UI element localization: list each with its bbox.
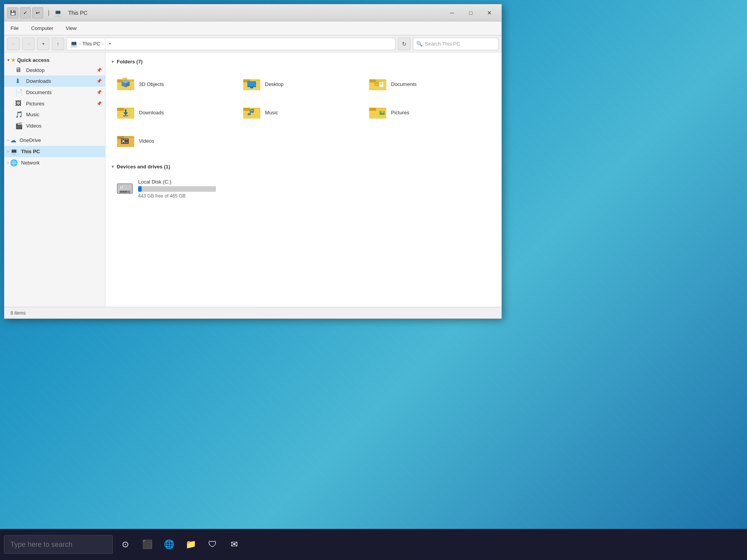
status-bar: 8 items <box>4 307 502 318</box>
videos-folder-icon <box>116 131 135 151</box>
menu-view[interactable]: View <box>60 21 83 35</box>
svg-rect-14 <box>250 87 253 88</box>
sidebar-network[interactable]: › 🌐 Network <box>4 157 105 168</box>
search-bar[interactable]: 🔍 Search This PC <box>413 38 498 50</box>
drive-info: Local Disk (C:) 443 GB free of 465 GB <box>138 179 216 199</box>
folders-section-header[interactable]: ▾ Folders (7) <box>112 59 495 65</box>
sidebar-videos-label: Videos <box>26 123 42 129</box>
search-icon: 🔍 <box>416 41 423 47</box>
svg-rect-23 <box>380 84 382 84</box>
desktop-folder-label: Desktop <box>265 81 284 87</box>
menu-file[interactable]: File <box>4 21 25 35</box>
quick-access-header[interactable]: ▾ ★ Quick access <box>4 56 105 65</box>
content-pane: ▾ Folders (7) <box>105 52 502 307</box>
svg-rect-36 <box>369 108 376 111</box>
sidebar-item-videos[interactable]: 🎬 Videos <box>4 120 105 131</box>
refresh-button[interactable]: ↻ <box>398 38 410 50</box>
music-folder-label: Music <box>265 110 278 116</box>
onedrive-icon: ☁ <box>10 136 16 144</box>
svg-rect-22 <box>380 83 382 83</box>
pictures-icon: 🖼 <box>15 100 23 107</box>
recent-locations-button[interactable]: ▾ <box>37 38 49 50</box>
check-icon[interactable]: ✓ <box>20 7 31 18</box>
downloads-folder-label: Downloads <box>139 110 164 116</box>
sidebar-item-pictures[interactable]: 🖼 Pictures 📌 <box>4 98 105 109</box>
address-bar[interactable]: 💻 › This PC › ▾ <box>67 38 396 50</box>
drive-name: Local Disk (C:) <box>138 179 216 185</box>
svg-rect-60 <box>121 186 123 187</box>
item-count: 8 items <box>11 310 26 316</box>
svg-rect-33 <box>243 108 250 111</box>
drives-grid: Local Disk (C:) 443 GB free of 465 GB <box>112 176 495 202</box>
documents-folder-icon <box>368 74 387 94</box>
window-icon: 💻 <box>54 9 62 16</box>
svg-rect-45 <box>124 139 125 140</box>
search-placeholder: Search This PC <box>425 41 460 47</box>
pictures-folder-icon <box>368 102 387 123</box>
folder-pictures[interactable]: Pictures <box>364 99 488 126</box>
desktop-icon: 🖥 <box>15 66 23 74</box>
save-icon[interactable]: 💾 <box>7 7 18 18</box>
address-computer-icon: 💻 <box>70 40 78 47</box>
folder-videos[interactable]: Videos <box>112 128 236 154</box>
drive-local-c[interactable]: Local Disk (C:) 443 GB free of 465 GB <box>112 176 236 202</box>
svg-rect-48 <box>124 142 125 143</box>
this-pc-icon: 💻 <box>10 148 18 155</box>
back-button[interactable]: ← <box>7 38 20 50</box>
onedrive-chevron: › <box>7 138 9 142</box>
forward-button[interactable]: → <box>22 38 35 50</box>
maximize-button[interactable]: □ <box>462 7 480 19</box>
music-folder-icon <box>242 102 261 123</box>
folders-section-label: Folders (7) <box>117 59 142 65</box>
folder-desktop[interactable]: Desktop <box>238 71 362 98</box>
svg-point-39 <box>381 111 384 113</box>
taskbar-explorer-icon[interactable]: 📁 <box>181 535 200 554</box>
sidebar-documents-label: Documents <box>26 89 52 95</box>
menu-computer[interactable]: Computer <box>25 21 60 35</box>
svg-rect-56 <box>123 191 124 192</box>
devices-chevron: ▾ <box>112 164 114 169</box>
taskbar-store-icon[interactable]: 🛡 <box>203 535 222 554</box>
folder-music[interactable]: Music <box>238 99 362 126</box>
folder-3d-objects[interactable]: 3D Objects <box>112 71 236 98</box>
folder-documents[interactable]: Documents <box>364 71 488 98</box>
svg-rect-30 <box>123 116 128 116</box>
quick-access-label: Quick access <box>17 57 49 63</box>
drive-space: 443 GB free of 465 GB <box>138 193 216 199</box>
3d-objects-icon <box>116 74 135 94</box>
taskbar-edge-icon[interactable]: 🌐 <box>160 535 178 554</box>
sidebar-item-downloads[interactable]: ⬇ Downloads 📌 <box>4 75 105 87</box>
sidebar-pictures-pin: 📌 <box>96 101 102 106</box>
sidebar-desktop-pin: 📌 <box>96 68 102 73</box>
taskbar-search-input[interactable] <box>4 535 113 554</box>
taskbar-mail-icon[interactable]: ✉ <box>225 535 244 554</box>
taskbar: ⊙ ⬛ 🌐 📁 🛡 ✉ <box>0 529 747 560</box>
sidebar-desktop-label: Desktop <box>26 67 45 73</box>
taskbar-task-view-icon[interactable]: ⬛ <box>138 535 156 554</box>
sidebar-documents-pin: 📌 <box>96 90 102 95</box>
up-button[interactable]: ↑ <box>52 38 64 50</box>
svg-rect-57 <box>125 191 126 192</box>
undo-icon[interactable]: ↩ <box>32 7 43 18</box>
address-this-pc[interactable]: This PC <box>82 41 100 47</box>
sidebar-this-pc[interactable]: › 💻 This PC <box>4 146 105 157</box>
sidebar-onedrive[interactable]: › ☁ OneDrive <box>4 135 105 146</box>
devices-section-header[interactable]: ▾ Devices and drives (1) <box>112 164 495 170</box>
window-controls: ─ □ ✕ <box>443 7 498 19</box>
address-dropdown-button[interactable]: ▾ <box>105 38 114 50</box>
taskbar-cortana-icon[interactable]: ⊙ <box>116 535 135 554</box>
sidebar-item-documents[interactable]: 📄 Documents 📌 <box>4 87 105 98</box>
network-label: Network <box>21 160 40 166</box>
minimize-button[interactable]: ─ <box>443 7 461 19</box>
drive-bar-fill <box>138 186 142 192</box>
sidebar-item-music[interactable]: 🎵 Music <box>4 109 105 120</box>
this-pc-label: This PC <box>21 149 40 154</box>
folders-chevron: ▾ <box>112 60 114 64</box>
folder-downloads[interactable]: Downloads <box>112 99 236 126</box>
close-button[interactable]: ✕ <box>480 7 498 19</box>
quick-access-chevron: ▾ <box>7 58 9 62</box>
desktop-folder-icon <box>242 74 261 94</box>
sidebar-item-desktop[interactable]: 🖥 Desktop 📌 <box>4 65 105 75</box>
svg-rect-13 <box>248 82 256 86</box>
svg-rect-49 <box>126 142 128 143</box>
